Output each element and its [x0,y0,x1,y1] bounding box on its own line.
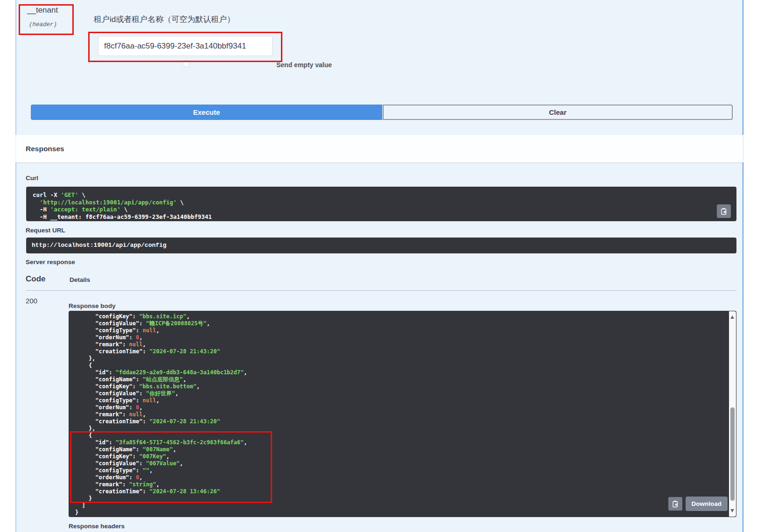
code-line: }, [75,425,736,432]
response-body-json: "configKey": "bbs.site.icp", "configValu… [75,313,736,516]
copy-curl-button[interactable] [717,204,731,218]
swagger-operation-page: __tenant (header) 租户id或者租户名称（可空为默认租户） Se… [0,0,778,532]
request-url-value: http://localhost:19001/api/app/config [32,242,167,249]
tenant-input[interactable] [98,36,273,56]
code-line: "creationTime": "2024-07-28 13:46:26" [75,488,736,495]
code-line: { [75,432,736,439]
code-line: "id": "3fa85f64-5717-4562-b3fc-2c963f66a… [75,439,736,446]
code-line: "orderNum": 0, [75,404,736,411]
parameter-description: 租户id或者租户名称（可空为默认租户） [94,14,235,25]
server-response-label: Server response [26,259,75,266]
scroll-up-icon[interactable] [730,315,734,319]
responses-section-header: Responses [15,135,743,162]
code-line: { [75,362,736,369]
code-line: "configType": null, [75,327,736,334]
code-line: "configValue": "你好世界", [75,390,736,397]
response-headers-label: Response headers [69,523,125,530]
curl-command-block: curl -X 'GET' \ 'http://localhost:19001/… [26,187,736,221]
download-button[interactable]: Download [686,497,728,511]
code-line: "configKey": "bbs.site.icp", [75,313,736,320]
code-line: "remark": "string", [75,481,736,488]
request-url-block: http://localhost:19001/api/app/config [26,238,736,253]
table-divider [26,290,736,291]
code-line: 'http://localhost:19001/api/app/config' … [33,199,730,206]
code-line: } [75,509,736,516]
code-line: "configKey": "007Key", [75,453,736,460]
scrollbar-thumb[interactable] [730,407,735,501]
code-line: "creationTime": "2024-07-28 21:43:20" [75,348,736,355]
clipboard-copy-icon [720,208,728,215]
code-line: "configType": "", [75,467,736,474]
code-line: "orderNum": 0, [75,334,736,341]
code-line: "remark": null, [75,411,736,418]
code-line: }, [75,355,736,362]
code-line: } [75,495,736,502]
response-scrollbar[interactable] [729,311,736,517]
execute-button[interactable]: Execute [31,105,382,120]
send-empty-value-label: Send empty value [276,61,332,69]
clear-button[interactable]: Clear [383,105,733,120]
send-empty-value-checkbox[interactable] [182,60,189,67]
code-line: "configName": "站点底部信息", [75,376,736,383]
curl-command-text: curl -X 'GET' \ 'http://localhost:19001/… [33,191,730,220]
parameter-location: (header) [29,21,57,28]
request-url-label: Request URL [26,227,65,234]
details-column-header: Details [70,276,90,283]
code-line: curl -X 'GET' \ [33,191,730,199]
code-line: "configType": null, [75,397,736,404]
response-body-block: "configKey": "bbs.site.icp", "configValu… [69,311,736,517]
curl-label: Curl [26,175,38,182]
code-line: "creationTime": "2024-07-28 21:43:20" [75,418,736,425]
code-column-header: Code [26,274,46,284]
code-line: -H 'accept: text/plain' \ [33,206,730,213]
code-line: "id": "fddae229-a2e9-ddb3-648a-3a140bc1b… [75,369,736,376]
responses-title: Responses [26,145,64,153]
clipboard-copy-icon [672,500,679,508]
copy-response-button[interactable] [668,497,682,511]
code-line: "configName": "007Name", [75,446,736,453]
code-line: "orderNum": 0, [75,474,736,481]
status-code: 200 [26,297,37,305]
code-line: "configValue": "007Value", [75,460,736,467]
code-line: -H __tenant: f8cf76aa-ac59-6399-23ef-3a1… [33,213,730,221]
scroll-down-icon[interactable] [730,509,734,512]
code-line: "remark": null, [75,341,736,348]
code-line: ] [75,502,736,509]
response-body-label: Response body [69,302,116,309]
code-line: "configKey": "bbs.site.bottom", [75,383,736,390]
parameter-name: __tenant [27,6,58,15]
code-line: "configValue": "赣ICP备20008025号", [75,320,736,327]
